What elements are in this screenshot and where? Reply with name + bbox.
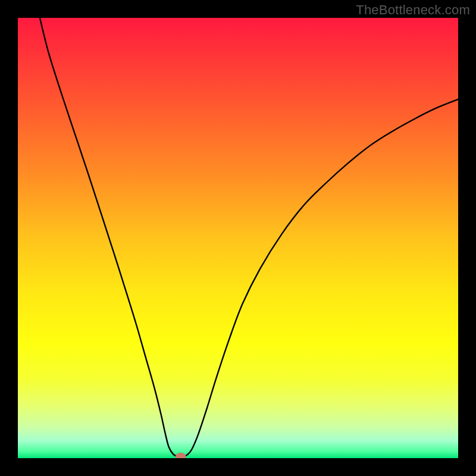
chart-frame: TheBottleneck.com [0,0,476,476]
chart-svg [18,18,458,458]
plot-area [18,18,458,458]
watermark-text: TheBottleneck.com [356,2,470,18]
gradient-background [18,18,458,458]
